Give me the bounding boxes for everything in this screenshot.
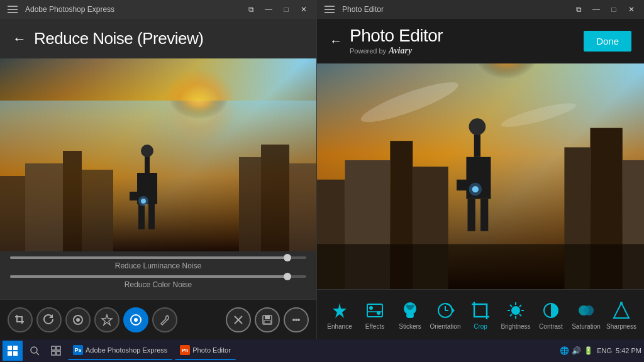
orientation-label: Orientation — [430, 323, 461, 330]
tool-more-btn[interactable] — [284, 307, 309, 332]
svg-point-29 — [295, 319, 297, 321]
photoeditor-taskbar-icon: Ph — [180, 345, 190, 355]
color-slider-track[interactable] — [10, 275, 306, 278]
svg-point-84 — [620, 302, 623, 304]
left-photo-preview — [0, 58, 316, 251]
left-panel: Adobe Photoshop Express ⧉ — □ ✕ ← Reduce… — [0, 0, 317, 339]
hamburger-menu-right[interactable] — [322, 3, 337, 16]
svg-point-16 — [138, 196, 148, 206]
left-titlebar: Adobe Photoshop Express ⧉ — □ ✕ — [0, 0, 316, 19]
tool-crop-btn[interactable] — [8, 307, 33, 332]
powered-by-text: Powered by Aviary — [350, 46, 443, 56]
svg-rect-47 — [457, 180, 471, 190]
luminance-slider-thumb[interactable] — [284, 254, 291, 261]
hamburger-menu-left[interactable] — [5, 3, 20, 16]
tool-saturation[interactable]: Saturation — [570, 299, 602, 330]
right-maximize-btn[interactable]: □ — [606, 4, 621, 15]
right-title-block: Photo Editor Powered by Aviary — [350, 26, 443, 56]
left-header: ← Reduce Noise (Preview) — [0, 19, 316, 58]
tool-cancel-btn[interactable] — [226, 307, 251, 332]
svg-rect-65 — [474, 304, 487, 317]
effects-label: Effects — [365, 323, 384, 330]
svg-rect-60 — [406, 313, 414, 318]
svg-point-89 — [31, 347, 37, 353]
luminance-slider-label: Reduce Luminance Noise — [10, 261, 306, 270]
effects-icon — [101, 314, 113, 326]
tool-brightness[interactable]: Brightness — [499, 299, 532, 330]
svg-rect-93 — [52, 351, 55, 355]
svg-rect-3 — [25, 163, 63, 251]
task-view-button[interactable] — [47, 341, 65, 360]
left-window-title: Adobe Photoshop Express — [25, 5, 114, 14]
tool-contrast[interactable]: Contrast — [535, 299, 567, 330]
tool-rotate-btn[interactable] — [36, 307, 62, 332]
svg-rect-94 — [57, 351, 60, 355]
tool-orientation[interactable]: Orientation — [429, 299, 462, 330]
color-slider-thumb[interactable] — [284, 273, 291, 280]
tool-active-btn[interactable] — [123, 307, 148, 332]
right-close-btn[interactable]: ✕ — [624, 4, 639, 15]
crop-label: Crop — [474, 323, 487, 330]
tool-save-btn[interactable] — [255, 307, 280, 332]
svg-rect-92 — [57, 346, 60, 350]
svg-point-59 — [411, 305, 414, 308]
right-window-title: Photo Editor — [342, 5, 384, 14]
svg-rect-5 — [82, 170, 113, 251]
svg-line-90 — [36, 353, 39, 355]
left-maximize-btn[interactable]: □ — [279, 4, 294, 15]
taskbar-photoshop-app[interactable]: Ps Adobe Photoshop Express — [68, 341, 172, 360]
color-slider-row: Reduce Color Noise — [10, 275, 306, 289]
right-restore-btn[interactable]: ⧉ — [571, 4, 586, 15]
left-minimize-btn[interactable]: — — [261, 4, 276, 15]
taskbar-photoeditor-app[interactable]: Ph Photo Editor — [175, 341, 236, 360]
rotate-icon — [43, 314, 55, 326]
active-tool-icon — [130, 314, 142, 326]
right-header-left: ← Photo Editor Powered by Aviary — [330, 26, 443, 56]
tool-effects-btn[interactable] — [94, 307, 119, 332]
right-header: ← Photo Editor Powered by Aviary Done — [317, 19, 644, 63]
svg-point-22 — [134, 318, 138, 322]
right-back-button[interactable]: ← — [330, 34, 342, 48]
left-close-btn[interactable]: ✕ — [296, 4, 311, 15]
svg-point-10 — [141, 145, 153, 157]
search-button[interactable] — [25, 341, 44, 360]
done-button[interactable]: Done — [584, 31, 631, 52]
tool-wrench-btn[interactable] — [152, 307, 177, 332]
brightness-label: Brightness — [501, 323, 530, 330]
luminance-slider-track[interactable] — [10, 256, 306, 259]
right-minimize-btn[interactable]: — — [589, 4, 604, 15]
cityscape-left — [0, 101, 316, 251]
tool-effects[interactable]: Effects — [358, 299, 391, 330]
left-restore-btn[interactable]: ⧉ — [243, 4, 258, 15]
svg-marker-20 — [102, 315, 112, 325]
svg-line-78 — [510, 314, 512, 316]
tool-enhance[interactable]: Enhance — [323, 299, 356, 330]
saturation-icon — [575, 299, 597, 322]
clock-time: 5:42 PM — [616, 347, 641, 354]
svg-point-70 — [511, 306, 520, 315]
left-titlebar-left: Adobe Photoshop Express — [5, 3, 114, 16]
svg-rect-86 — [13, 346, 18, 350]
svg-rect-85 — [8, 346, 12, 350]
start-button[interactable] — [3, 341, 23, 361]
adjust-icon — [72, 314, 84, 326]
crop-tool-icon — [469, 299, 492, 322]
right-bottom-toolbar: Enhance Effects — [317, 289, 644, 339]
right-titlebar: Photo Editor ⧉ — □ ✕ — [317, 0, 644, 19]
svg-point-58 — [406, 305, 409, 308]
tool-sharpness[interactable]: Sharpness — [605, 299, 638, 330]
tool-adjust-btn[interactable] — [65, 307, 91, 332]
svg-rect-13 — [148, 204, 155, 229]
svg-rect-50 — [317, 244, 644, 289]
windows-taskbar: Ps Adobe Photoshop Express Ph Photo Edit… — [0, 339, 644, 362]
more-icon — [290, 314, 303, 326]
svg-marker-82 — [614, 303, 629, 318]
tool-crop[interactable]: Crop — [464, 299, 497, 330]
stickers-label: Stickers — [399, 323, 421, 330]
tool-stickers[interactable]: Stickers — [394, 299, 426, 330]
contrast-icon — [540, 299, 562, 322]
svg-rect-26 — [265, 315, 270, 319]
svg-marker-51 — [333, 303, 347, 318]
left-back-button[interactable]: ← — [13, 31, 26, 47]
svg-rect-88 — [13, 351, 18, 356]
